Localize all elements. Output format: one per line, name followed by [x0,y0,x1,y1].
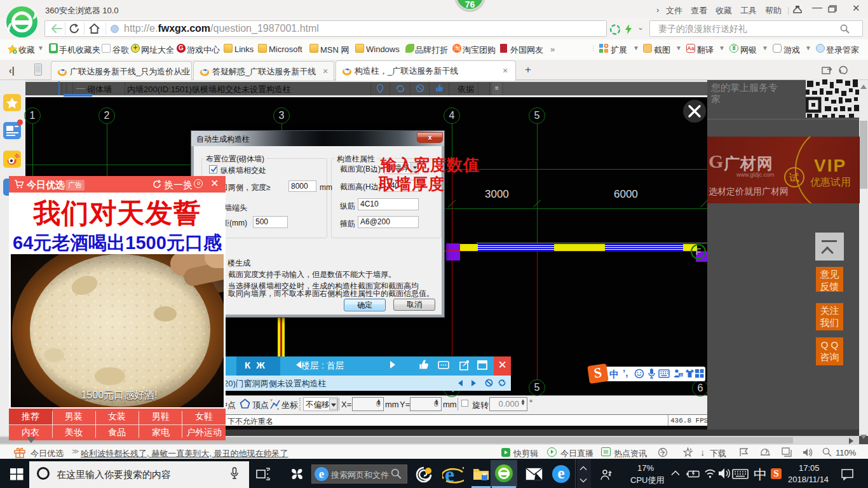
svg-text:x: x [277,407,279,410]
svg-text:Y: Y [270,398,273,402]
svg-text:3D: 3D [679,374,683,377]
